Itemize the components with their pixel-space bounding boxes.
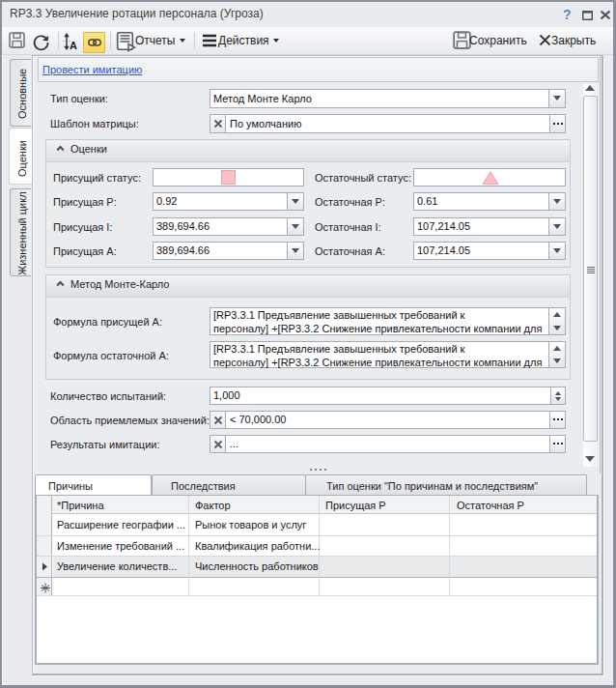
svg-text:A: A [70, 40, 77, 50]
